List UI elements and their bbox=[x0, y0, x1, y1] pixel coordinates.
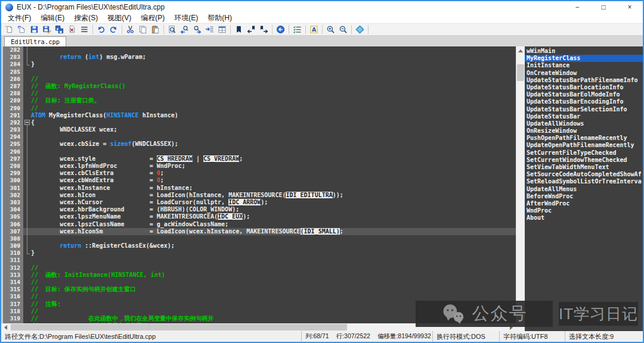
undo-button[interactable] bbox=[95, 24, 107, 35]
previous-bookmark-button[interactable] bbox=[245, 24, 258, 35]
scroll-up-button[interactable] bbox=[516, 46, 525, 55]
editor-line[interactable]: 303 wcex.hCursor = LoadCursor(nullptr, I… bbox=[3, 199, 516, 206]
editor-line[interactable]: 291ATOM MyRegisterClass(HINSTANCE hInsta… bbox=[3, 112, 516, 119]
editor-line[interactable]: 314// bbox=[3, 279, 516, 286]
editor-line[interactable]: 309 return ::RegisterClassEx(&wcex); bbox=[3, 242, 516, 250]
bookmark-button[interactable] bbox=[233, 24, 245, 35]
copy-button[interactable] bbox=[137, 24, 149, 35]
function-list-item[interactable]: SetCurrentWindowThemeChecked bbox=[525, 157, 643, 164]
find-previous-button[interactable] bbox=[178, 24, 191, 35]
paste-button[interactable] bbox=[149, 24, 162, 35]
editor-line[interactable]: 308 bbox=[3, 235, 516, 242]
function-list-item[interactable]: UpdateStatusBarLocationInfo bbox=[525, 84, 643, 91]
scroll-left-button[interactable] bbox=[1, 323, 10, 331]
editor-line[interactable]: 287// 函数: MyRegisterClass() bbox=[3, 83, 516, 90]
tab-editultra-cpp[interactable]: EditUltra.cpp bbox=[4, 36, 66, 46]
close-button[interactable]: × bbox=[617, 1, 643, 13]
cut-button[interactable] bbox=[124, 24, 137, 35]
back-button[interactable] bbox=[274, 24, 287, 35]
new-file-button[interactable] bbox=[3, 24, 16, 35]
editor-line[interactable]: 284} bbox=[3, 61, 516, 68]
editor-line[interactable]: 312// bbox=[3, 264, 516, 272]
todo-list-button[interactable] bbox=[291, 24, 304, 35]
function-list-item[interactable]: UpdateStatusBarSelectionInfo bbox=[525, 106, 643, 113]
function-list-item[interactable]: OnResizeWindow bbox=[525, 127, 643, 135]
fold-collapse-box-icon[interactable] bbox=[24, 120, 30, 125]
open-file-button[interactable] bbox=[16, 24, 28, 35]
menu-item-1[interactable]: 编辑(E) bbox=[36, 13, 69, 23]
function-list-item[interactable]: MyRegisterClass bbox=[525, 55, 643, 62]
editor-line[interactable]: 319// 在此函数中，我们在全局变量中保存实例句柄并 bbox=[3, 315, 516, 322]
function-list-item[interactable]: PushOpenPathFilenameRecently bbox=[525, 135, 643, 142]
function-list-item[interactable]: About bbox=[525, 214, 643, 222]
function-list-item[interactable]: InitInstance bbox=[525, 62, 643, 69]
editor-line[interactable]: 295 wcex.cbSize = sizeof(WNDCLASSEX); bbox=[3, 141, 516, 148]
save-all-button[interactable] bbox=[53, 24, 66, 35]
function-list-item[interactable]: UpdateAllMenus bbox=[525, 186, 643, 193]
function-list-item[interactable]: UpdateOpenPathFilenameRecently bbox=[525, 142, 643, 149]
file-list-button[interactable] bbox=[78, 24, 91, 35]
editor-line[interactable]: 282 bbox=[3, 46, 516, 54]
find-button[interactable] bbox=[166, 24, 178, 35]
editor-line[interactable]: 286// bbox=[3, 76, 516, 83]
function-list-item[interactable]: SetReloadSymbolListOrTreeInterva bbox=[525, 178, 643, 185]
editor-line[interactable]: 315// 目标: 保存实例句柄并创建主窗口 bbox=[3, 286, 516, 293]
menu-item-4[interactable]: 编程(P) bbox=[136, 13, 169, 23]
function-list-item[interactable]: UpdateStatusBarEncodingInfo bbox=[525, 98, 643, 105]
save-button[interactable] bbox=[28, 24, 41, 35]
zoom-in-button[interactable] bbox=[324, 24, 337, 35]
menu-item-3[interactable]: 视图(V) bbox=[103, 13, 136, 23]
editor-line[interactable]: 292{ bbox=[3, 119, 516, 126]
function-list-item[interactable]: UpdateAllWindows bbox=[525, 120, 643, 127]
editor-line[interactable]: 310} bbox=[3, 250, 516, 257]
editor-line[interactable]: 290// bbox=[3, 105, 516, 112]
function-list-item[interactable]: UpdateStatusBarPathFilenameInfo bbox=[525, 77, 643, 84]
function-list-item[interactable]: wWinMain bbox=[525, 48, 643, 55]
editor-horizontal-scrollbar[interactable] bbox=[1, 323, 516, 331]
function-list-item[interactable]: WndProc bbox=[525, 207, 643, 214]
menu-item-2[interactable]: 搜索(S) bbox=[69, 13, 103, 23]
about-button[interactable] bbox=[354, 24, 366, 35]
editor-line[interactable]: 317// 注释: bbox=[3, 301, 516, 308]
code-editor[interactable]: 282283 return (int) msg.wParam;284}28528… bbox=[1, 46, 516, 323]
menu-item-5[interactable]: 环境(E) bbox=[169, 13, 203, 23]
editor-line[interactable]: 285 bbox=[3, 68, 516, 76]
editor-line[interactable]: 294 bbox=[3, 133, 516, 141]
maximize-button[interactable]: □ bbox=[590, 1, 617, 13]
editor-line[interactable]: 301 wcex.hInstance = hInstance; bbox=[3, 185, 516, 192]
find-next-button[interactable] bbox=[191, 24, 203, 35]
scroll-down-button[interactable] bbox=[516, 314, 525, 323]
function-list-item[interactable]: SetViewTabWidthMenuText bbox=[525, 164, 643, 171]
editor-vertical-scrollbar[interactable] bbox=[516, 46, 525, 323]
function-list-item[interactable]: AfterWndProc bbox=[525, 200, 643, 207]
horizontal-scrollbar-thumb[interactable] bbox=[11, 324, 347, 330]
function-list-item[interactable]: SetCurrentFileTypeChecked bbox=[525, 149, 643, 157]
scroll-right-button[interactable] bbox=[507, 323, 516, 331]
editor-line[interactable]: 296 bbox=[3, 148, 516, 155]
editor-line[interactable]: 311 bbox=[3, 257, 516, 264]
editor-line[interactable]: 316// bbox=[3, 293, 516, 300]
vertical-scrollbar-thumb[interactable] bbox=[517, 64, 524, 81]
editor-line[interactable]: 318// bbox=[3, 308, 516, 315]
editor-line[interactable]: 298 wcex.lpfnWndProc = WndProc; bbox=[3, 163, 516, 170]
editor-line[interactable]: 299 wcex.cbClsExtra = 0; bbox=[3, 170, 516, 177]
function-list-item[interactable]: OnCreateWindow bbox=[525, 70, 643, 77]
editor-line[interactable]: 283 return (int) msg.wParam; bbox=[3, 54, 516, 61]
editor-line[interactable]: 306 wcex.lpszClassName = g_acWindowClass… bbox=[3, 221, 516, 228]
redo-button[interactable] bbox=[107, 24, 120, 35]
minimize-button[interactable]: − bbox=[564, 1, 590, 13]
function-list-item[interactable]: UpdateStatusBar bbox=[525, 113, 643, 120]
save-as-button[interactable] bbox=[41, 24, 53, 35]
function-list-item[interactable]: BeforeWndProc bbox=[525, 193, 643, 200]
syntax-highlight-button[interactable]: A bbox=[308, 24, 320, 35]
menu-item-6[interactable]: 帮助(H) bbox=[203, 13, 237, 23]
goto-line-button[interactable] bbox=[203, 24, 216, 35]
next-bookmark-button[interactable] bbox=[258, 24, 270, 35]
editor-line[interactable]: 293 WNDCLASSEX wcex; bbox=[3, 126, 516, 133]
zoom-out-button[interactable] bbox=[337, 24, 349, 35]
editor-line[interactable]: 300 wcex.cbWndExtra = 0; bbox=[3, 177, 516, 184]
editor-line[interactable]: 289// 目标: 注册窗口类。 bbox=[3, 97, 516, 104]
fold-toggle-icon[interactable] bbox=[23, 119, 31, 126]
editor-line[interactable]: 304 wcex.hbrBackground = (HBRUSH)(COLOR_… bbox=[3, 206, 516, 213]
function-list-item[interactable]: SetSourceCodeAutoCompletedShowAf bbox=[525, 171, 643, 178]
